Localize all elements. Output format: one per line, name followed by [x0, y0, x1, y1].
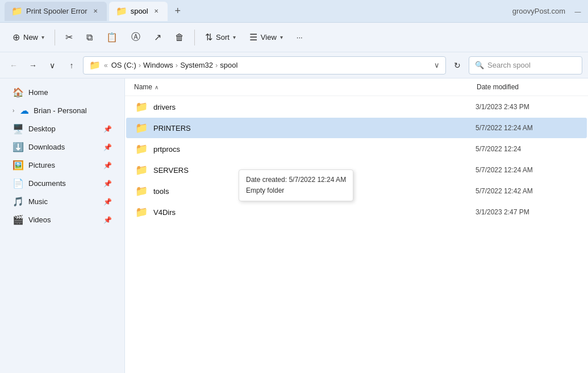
file-name: PRINTERS	[153, 124, 476, 132]
paste-button[interactable]: 📋	[101, 27, 123, 48]
column-date-header[interactable]: Date modified	[477, 83, 579, 91]
tab-print-spooler[interactable]: 📁 Print Spooler Error ✕	[5, 2, 107, 21]
sidebar-item-downloads[interactable]: ⬇️ Downloads 📌	[3, 138, 121, 156]
sidebar-item-music[interactable]: 🎵 Music 📌	[3, 193, 121, 210]
forward-button[interactable]: →	[25, 57, 41, 73]
file-date: 3/1/2023 2:47 PM	[476, 208, 578, 216]
view-icon: ☰	[249, 32, 257, 43]
content-area: Name ∧ Date modified 📁 drivers 3/1/2023 …	[125, 78, 588, 373]
cut-button[interactable]: ✂	[60, 27, 78, 48]
title-bar: 📁 Print Spooler Error ✕ 📁 spool ✕ + groo…	[0, 0, 588, 23]
path-windows[interactable]: Windows	[143, 61, 173, 69]
new-tab-button[interactable]: +	[170, 3, 186, 19]
rename-button[interactable]: Ⓐ	[126, 27, 146, 48]
downloads-icon: ⬇️	[12, 142, 24, 152]
file-date: 5/7/2022 12:24	[476, 145, 578, 153]
sort-icon: ⇅	[205, 32, 212, 43]
sidebar-item-pictures[interactable]: 🖼️ Pictures 📌	[3, 156, 121, 174]
address-folder-icon: 📁	[89, 60, 101, 71]
folder-icon: 📁	[135, 122, 148, 134]
file-name: prtprocs	[153, 145, 476, 154]
delete-button[interactable]: 🗑	[169, 27, 190, 48]
sidebar-item-documents[interactable]: 📄 Documents 📌	[3, 175, 121, 192]
more-button[interactable]: ···	[291, 27, 308, 48]
tooltip-line1: Date created: 5/7/2022 12:24 AM	[246, 175, 346, 185]
sidebar-item-home[interactable]: 🏠 Home	[3, 84, 121, 101]
music-pin-icon: 📌	[103, 198, 112, 206]
rename-icon: Ⓐ	[131, 31, 140, 43]
path-spool[interactable]: spool	[220, 61, 237, 69]
search-placeholder: Search spool	[487, 61, 531, 69]
file-date: 5/7/2022 12:42 AM	[476, 187, 578, 195]
expand-icon: ›	[12, 107, 14, 114]
search-box[interactable]: 🔍 Search spool	[469, 56, 582, 74]
tab-print-spooler-close[interactable]: ✕	[91, 7, 100, 16]
tab-spool-close[interactable]: ✕	[152, 7, 161, 16]
refresh-button[interactable]: ↻	[449, 57, 465, 73]
share-icon: ↗	[154, 32, 161, 43]
desktop-icon: 🖥️	[12, 123, 24, 134]
back-button[interactable]: ←	[6, 57, 22, 73]
view-dropdown-arrow: ▾	[280, 34, 283, 40]
tab-spool[interactable]: 📁 spool ✕	[109, 2, 168, 21]
folder-icon: 📁	[135, 206, 148, 218]
sort-label: Sort	[216, 33, 230, 42]
sort-button[interactable]: ⇅ Sort ▾	[199, 27, 241, 48]
table-row[interactable]: 📁 PRINTERS 5/7/2022 12:24 AM	[126, 118, 587, 138]
folder-icon: 📁	[135, 164, 148, 176]
copy-button[interactable]: ⧉	[81, 27, 98, 48]
sidebar-cloud-label: Brian - Personal	[34, 106, 86, 115]
sidebar-desktop-label: Desktop	[28, 125, 56, 133]
file-date: 5/7/2022 12:24 AM	[476, 166, 578, 174]
new-label: New	[23, 33, 38, 42]
cut-icon: ✂	[65, 32, 73, 43]
file-date: 3/1/2023 2:43 PM	[476, 103, 578, 111]
path-root[interactable]: OS (C:)	[111, 61, 136, 69]
brand-label: groovyPost.com	[512, 7, 565, 15]
window-controls: —	[572, 6, 583, 17]
paste-icon: 📋	[106, 32, 118, 43]
recent-button[interactable]: ∨	[44, 57, 60, 73]
table-row[interactable]: 📁 prtprocs 5/7/2022 12:24	[126, 139, 587, 159]
file-date: 5/7/2022 12:24 AM	[476, 124, 578, 132]
address-row: ← → ∨ ↑ 📁 « OS (C:) › Windows › System32…	[0, 52, 588, 78]
main-area: 🏠 Home › ☁ Brian - Personal 🖥️ Desktop 📌…	[0, 78, 588, 373]
up-button[interactable]: ↑	[64, 57, 80, 73]
sidebar-cloud-section[interactable]: › ☁ Brian - Personal	[3, 102, 121, 119]
table-row[interactable]: 📁 V4Dirs 3/1/2023 2:47 PM	[126, 202, 587, 222]
videos-pin-icon: 📌	[103, 216, 112, 224]
minimize-button[interactable]: —	[572, 6, 583, 17]
new-button[interactable]: ⊕ New ▾	[7, 27, 50, 48]
table-row[interactable]: 📁 SERVERS 5/7/2022 12:24 AM	[126, 160, 587, 180]
path-sep3: ›	[215, 61, 218, 69]
table-row[interactable]: 📁 tools 5/7/2022 12:42 AM	[126, 181, 587, 201]
videos-icon: 🎬	[12, 214, 24, 225]
file-tooltip: Date created: 5/7/2022 12:24 AM Empty fo…	[239, 169, 353, 201]
share-button[interactable]: ↗	[148, 27, 167, 48]
folder-icon: 📁	[135, 185, 148, 197]
more-label: ···	[297, 33, 303, 42]
new-dropdown-arrow: ▾	[41, 34, 44, 40]
sidebar-pictures-label: Pictures	[28, 161, 55, 169]
toolbar-divider-2	[194, 30, 195, 45]
col-date-label: Date modified	[477, 83, 519, 91]
address-dropdown-arrow[interactable]: ∨	[434, 61, 440, 69]
path-system32[interactable]: System32	[180, 61, 213, 69]
content-list: 📁 drivers 3/1/2023 2:43 PM 📁 PRINTERS 5/…	[125, 96, 588, 373]
address-chevron: «	[104, 61, 108, 69]
sidebar-item-desktop[interactable]: 🖥️ Desktop 📌	[3, 120, 121, 138]
music-icon: 🎵	[12, 196, 24, 207]
view-button[interactable]: ☰ View ▾	[244, 27, 289, 48]
table-row[interactable]: 📁 drivers 3/1/2023 2:43 PM	[126, 97, 587, 117]
path-sep1: ›	[139, 61, 141, 69]
address-bar[interactable]: 📁 « OS (C:) › Windows › System32 › spool…	[83, 56, 446, 74]
toolbar-divider-1	[55, 30, 55, 45]
copy-icon: ⧉	[86, 32, 93, 43]
path-sep2: ›	[176, 61, 178, 69]
sidebar-item-videos[interactable]: 🎬 Videos 📌	[3, 211, 121, 229]
sidebar: 🏠 Home › ☁ Brian - Personal 🖥️ Desktop 📌…	[0, 78, 125, 373]
pictures-icon: 🖼️	[12, 160, 24, 171]
folder-icon: 📁	[135, 143, 148, 155]
column-name-header[interactable]: Name ∧	[134, 83, 477, 91]
sort-caret-icon: ∧	[155, 84, 159, 90]
